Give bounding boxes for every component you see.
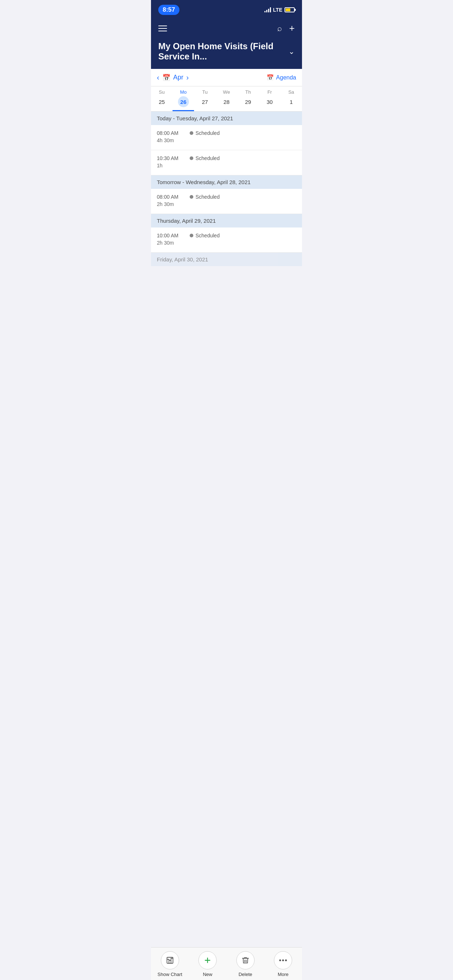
week-day-mo[interactable]: Mo 26 <box>172 88 194 111</box>
title-bar: My Open Home Visits (Field Service In...… <box>151 38 302 69</box>
event-time: 10:30 AM <box>157 155 186 161</box>
day-number: 25 <box>156 96 167 107</box>
event-status: Scheduled <box>190 130 220 136</box>
week-day-fr[interactable]: Fr 30 <box>259 88 281 111</box>
title-chevron-icon[interactable]: ⌄ <box>289 47 295 56</box>
day-number: 1 <box>286 96 297 107</box>
week-day-sa[interactable]: Sa 1 <box>281 88 302 111</box>
day-name: Su <box>159 89 165 95</box>
event-status: Scheduled <box>190 194 220 200</box>
agenda-view-button[interactable]: 📅 Agenda <box>266 74 296 81</box>
event-time: 10:00 AM <box>157 232 186 239</box>
battery-fill: ⚡ <box>286 8 290 11</box>
event-status: Scheduled <box>190 155 220 161</box>
month-label: Apr <box>173 74 183 81</box>
search-icon[interactable]: ⌕ <box>277 24 282 33</box>
day-name: Tu <box>203 89 208 95</box>
status-bar: 8:57 LTE ⚡ <box>151 0 302 18</box>
week-day-th[interactable]: Th 29 <box>238 88 259 111</box>
status-right: LTE ⚡ <box>265 7 295 13</box>
nav-header: ⌕ + <box>151 18 302 38</box>
calendar-icon: 📅 <box>162 74 170 82</box>
status-time: 8:57 <box>158 5 179 15</box>
battery-bolt-icon: ⚡ <box>286 8 290 11</box>
day-section-header: Thursday, April 29, 2021 <box>151 214 302 228</box>
day-name: We <box>223 89 230 95</box>
day-number: 28 <box>221 96 232 107</box>
hamburger-menu-button[interactable] <box>158 25 167 31</box>
status-dot-icon <box>190 131 193 135</box>
status-dot-icon <box>190 156 193 160</box>
day-number: 26 <box>178 96 189 107</box>
event-card[interactable]: 10:30 AM Scheduled 1h <box>151 150 302 175</box>
prev-month-button[interactable]: ‹ <box>157 73 160 82</box>
status-dot-icon <box>190 234 193 237</box>
day-number: 30 <box>264 96 275 107</box>
agenda-calendar-icon: 📅 <box>266 74 274 81</box>
event-status: Scheduled <box>190 232 220 239</box>
day-name: Mo <box>180 89 187 95</box>
event-time: 08:00 AM <box>157 130 186 136</box>
week-header: Su 25 Mo 26 Tu 27 We 28 Th 29 Fr 30 Sa 1 <box>151 86 302 111</box>
event-card[interactable]: 10:00 AM Scheduled 2h 30m <box>151 228 302 253</box>
event-card[interactable]: 08:00 AM Scheduled 4h 30m <box>151 125 302 150</box>
nav-actions: ⌕ + <box>277 22 295 34</box>
status-label: Scheduled <box>196 155 220 161</box>
day-number: 27 <box>199 96 211 107</box>
battery-icon: ⚡ <box>284 7 295 13</box>
day-section-header: Tomorrow - Wednesday, April 28, 2021 <box>151 175 302 189</box>
event-duration: 2h 30m <box>157 201 296 207</box>
status-label: Scheduled <box>196 130 220 136</box>
signal-bars-icon <box>265 7 271 13</box>
day-section-header: Today - Tuesday, April 27, 2021 <box>151 111 302 125</box>
event-time-row: 08:00 AM Scheduled <box>157 130 296 136</box>
status-dot-icon <box>190 195 193 199</box>
day-name: Sa <box>288 89 294 95</box>
event-time-row: 10:00 AM Scheduled <box>157 232 296 239</box>
agenda-label: Agenda <box>276 75 296 81</box>
event-time-row: 08:00 AM Scheduled <box>157 194 296 200</box>
lte-label: LTE <box>273 7 282 13</box>
week-day-we[interactable]: We 28 <box>215 88 237 111</box>
day-number: 29 <box>242 96 254 107</box>
event-card[interactable]: 08:00 AM Scheduled 2h 30m <box>151 189 302 214</box>
next-month-button[interactable]: › <box>187 73 189 82</box>
event-time-row: 10:30 AM Scheduled <box>157 155 296 161</box>
cal-nav-left: ‹ 📅 Apr › <box>157 73 188 82</box>
week-day-tu[interactable]: Tu 27 <box>194 88 215 111</box>
calendar-nav: ‹ 📅 Apr › 📅 Agenda <box>151 69 302 86</box>
event-duration: 2h 30m <box>157 240 296 246</box>
status-label: Scheduled <box>196 232 220 239</box>
day-name: Th <box>246 89 251 95</box>
day-section-header: Friday, April 30, 2021 <box>151 253 302 266</box>
page-title: My Open Home Visits (Field Service In... <box>158 41 286 62</box>
schedule-body: Today - Tuesday, April 27, 2021 08:00 AM… <box>151 111 302 266</box>
status-label: Scheduled <box>196 194 220 200</box>
add-icon[interactable]: + <box>289 22 295 34</box>
event-duration: 1h <box>157 162 296 169</box>
event-time: 08:00 AM <box>157 194 186 200</box>
week-day-su[interactable]: Su 25 <box>151 88 172 111</box>
event-duration: 4h 30m <box>157 137 296 143</box>
day-name: Fr <box>267 89 272 95</box>
